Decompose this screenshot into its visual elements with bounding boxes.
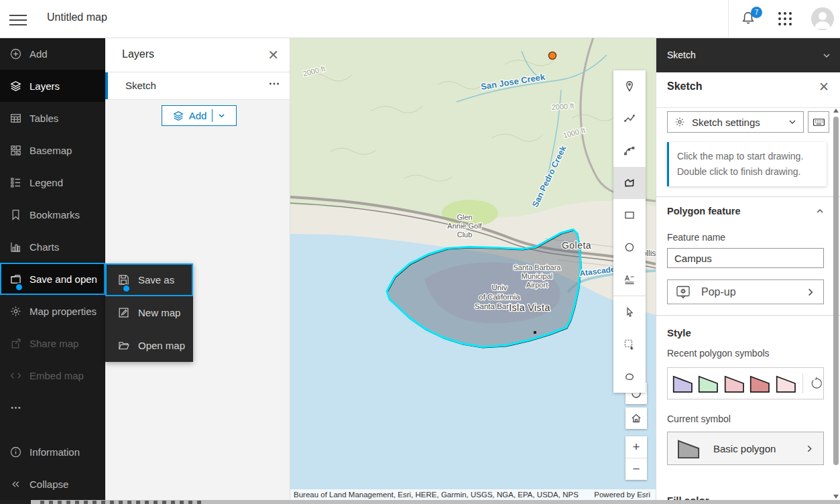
curve-icon xyxy=(623,145,636,157)
draw-circle-tool[interactable] xyxy=(613,231,646,263)
sidebar-item-add[interactable]: Add xyxy=(0,38,105,70)
sidebar-item-layers[interactable]: Layers xyxy=(0,70,105,102)
draw-rectangle-tool[interactable] xyxy=(613,199,646,231)
apps-grid-icon xyxy=(776,10,794,27)
scroll-down-arrow[interactable] xyxy=(833,495,839,499)
sketch-settings-dropdown[interactable]: Sketch settings xyxy=(667,111,804,133)
menu-item-save-as[interactable]: Save as xyxy=(105,263,193,296)
poi-label-airport: Airport xyxy=(526,281,548,289)
menu-item-new-map[interactable]: New map xyxy=(105,296,193,329)
chevron-right-icon xyxy=(805,444,814,453)
rectangle-select-icon xyxy=(623,338,636,351)
sidebar-item-label: Information xyxy=(29,446,80,458)
polygon-symbol-swatch[interactable] xyxy=(776,371,797,395)
collapse-double-chevron-icon xyxy=(10,479,21,490)
zoom-in-button[interactable]: + xyxy=(625,436,647,458)
basemap[interactable]: 2000 ft San Jose Creek 2000 ft 1000 ft S… xyxy=(290,38,656,500)
left-navigation: Add Layers Tables Basemap Legend Bookmar… xyxy=(0,38,105,500)
reset-icon xyxy=(810,377,823,390)
notifications-button[interactable]: 7 xyxy=(739,9,760,29)
layer-options-ellipsis-icon[interactable] xyxy=(268,78,280,90)
home-button[interactable] xyxy=(625,407,647,429)
current-symbol-button[interactable]: Basic polygon xyxy=(667,432,824,465)
tables-icon xyxy=(10,113,21,124)
sidebar-item-share-map: Share map xyxy=(0,327,105,359)
code-icon xyxy=(10,370,21,381)
select-by-lasso-tool[interactable] xyxy=(613,361,646,393)
reset-symbols-button[interactable] xyxy=(810,377,823,390)
terrain-hills xyxy=(290,38,656,218)
notification-badge: 7 xyxy=(751,7,762,18)
chevron-up-icon[interactable] xyxy=(816,207,824,215)
polygon-symbol-swatch[interactable] xyxy=(672,371,694,395)
layer-row-sketch[interactable]: Sketch xyxy=(105,72,290,100)
draw-polyline-tool[interactable] xyxy=(613,103,646,135)
zoom-out-button[interactable]: − xyxy=(625,458,647,480)
sidebar-item-save-and-open[interactable]: Save and open xyxy=(0,263,105,295)
sidebar-item-basemap[interactable]: Basemap xyxy=(0,134,105,166)
polygon-symbol-swatch[interactable] xyxy=(724,371,745,395)
sidebar-item-label: Charts xyxy=(29,241,59,253)
sidebar-item-map-properties[interactable]: Map properties xyxy=(0,295,105,327)
sidebar-item-tables[interactable]: Tables xyxy=(0,102,105,134)
select-tool[interactable] xyxy=(613,296,646,328)
keyboard-icon xyxy=(813,116,825,129)
polygon-symbol-swatch[interactable] xyxy=(698,371,719,395)
sidebar-item-label: Tables xyxy=(29,113,58,124)
sidebar-item-collapse[interactable]: Collapse xyxy=(0,468,105,500)
divider xyxy=(656,196,840,197)
draw-curve-tool[interactable] xyxy=(613,135,646,167)
sidebar-spacer xyxy=(0,424,105,436)
contour-label: 2000 ft xyxy=(551,102,574,111)
scrollbar-thumb[interactable] xyxy=(833,117,839,465)
sidebar-item-bookmarks[interactable]: Bookmarks xyxy=(0,198,105,231)
divider xyxy=(656,107,840,108)
sidebar-item-information[interactable]: Information xyxy=(0,436,105,468)
sketch-collapsible-header[interactable]: Sketch xyxy=(656,38,840,72)
current-symbol-name: Basic polygon xyxy=(713,443,776,454)
draw-point-tool[interactable] xyxy=(613,70,646,103)
sidebar-item-legend[interactable]: Legend xyxy=(0,166,105,198)
feature-name-label: Feature name xyxy=(667,232,725,243)
poi-label-glen-annie: Glen xyxy=(457,213,472,221)
sketch-vertex-handle[interactable] xyxy=(534,331,536,334)
attribution-sources: Bureau of Land Management, Esri, HERE, G… xyxy=(294,489,579,500)
orange-point-marker[interactable] xyxy=(549,52,556,60)
sidebar-item-label: Basemap xyxy=(29,145,72,156)
draw-text-tool[interactable] xyxy=(613,263,646,296)
menu-item-open-map[interactable]: Open map xyxy=(105,329,193,362)
poi-label-airport: Santa Barbara xyxy=(514,263,562,271)
hint-line-2: Double click to finish drawing. xyxy=(677,164,827,180)
sidebar-item-label: Legend xyxy=(29,177,63,188)
chevron-down-icon[interactable] xyxy=(823,52,831,60)
panel-title: Sketch xyxy=(667,80,702,92)
sidebar-item-more[interactable] xyxy=(0,391,105,424)
drawing-hint: Click the map to start drawing. Double c… xyxy=(667,142,827,186)
polygon-symbol-swatch[interactable] xyxy=(749,371,771,395)
keyboard-shortcuts-button[interactable] xyxy=(808,111,829,133)
sidebar-item-embed-map: Embed map xyxy=(0,359,105,391)
panel-scrollbar[interactable] xyxy=(833,109,839,500)
user-avatar[interactable] xyxy=(811,7,834,30)
feature-name-input[interactable] xyxy=(667,248,824,268)
scroll-up-arrow[interactable] xyxy=(833,109,839,113)
menu-hamburger-icon[interactable] xyxy=(9,11,27,26)
sidebar-item-charts[interactable]: Charts xyxy=(0,231,105,263)
chevron-down-icon[interactable] xyxy=(218,112,225,119)
rectangle-icon xyxy=(623,209,636,221)
app-launcher-button[interactable] xyxy=(776,10,794,27)
terminal-dark-block xyxy=(0,500,31,504)
close-icon[interactable]: ✕ xyxy=(819,79,829,94)
map-canvas[interactable]: 2000 ft San Jose Creek 2000 ft 1000 ft S… xyxy=(290,38,656,500)
add-layer-button[interactable]: Add xyxy=(162,105,237,126)
info-icon xyxy=(10,446,21,458)
close-icon[interactable]: ✕ xyxy=(267,47,279,63)
polygon-feature-section-header[interactable]: Polygon feature xyxy=(667,206,827,216)
layers-icon xyxy=(173,111,184,121)
popup-button[interactable]: Pop-up xyxy=(667,279,824,304)
city-label-goleta: Goleta xyxy=(562,240,591,251)
open-folder-icon xyxy=(118,340,129,351)
select-by-rectangle-tool[interactable] xyxy=(613,328,646,361)
sidebar-item-label: Save and open xyxy=(29,273,97,285)
draw-polygon-tool[interactable] xyxy=(613,167,646,199)
